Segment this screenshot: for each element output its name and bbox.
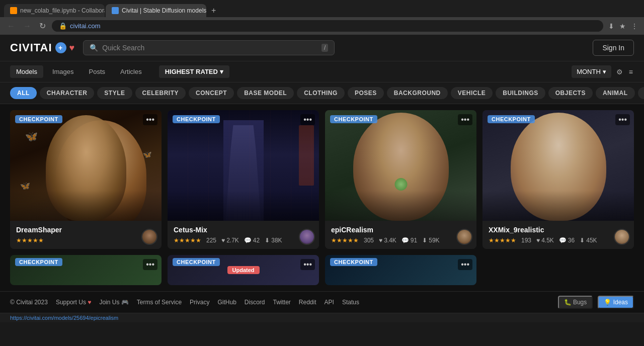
model-card-dreamshaper[interactable]: 🦋 🦋 🦋 CHECKPOINT ••• DreamShaper ★★★★★ — [10, 110, 162, 249]
card-menu-2[interactable]: ••• — [300, 114, 315, 125]
bugs-button[interactable]: 🐛 Bugs — [558, 296, 593, 309]
filter-bar: Models Images Posts Articles HIGHEST RAT… — [0, 61, 644, 82]
avatar-img-3 — [457, 230, 471, 244]
footer-github-link[interactable]: GitHub — [217, 299, 236, 306]
search-placeholder: Quick Search — [102, 44, 317, 52]
tab-colab[interactable]: new_colab_file.ipynb - Collabora... ✕ — [4, 4, 105, 17]
footer-reddit-link[interactable]: Reddit — [299, 299, 316, 306]
likes-2: ♥ 2.7K — [221, 237, 239, 244]
cat-style[interactable]: STYLE — [97, 87, 132, 99]
partial-menu-2[interactable]: ••• — [300, 259, 315, 270]
model-image-epicrealism — [325, 110, 476, 221]
footer-api-link[interactable]: API — [325, 299, 334, 306]
cat-poses[interactable]: POSES — [348, 87, 384, 99]
category-bar: ALL CHARACTER STYLE CELEBRITY CONCEPT BA… — [0, 82, 644, 104]
downloads-count-3: 59K — [429, 237, 439, 244]
highest-rated-button[interactable]: HIGHEST RATED ▾ — [159, 65, 229, 78]
partial-menu-3[interactable]: ••• — [458, 259, 472, 270]
new-tab-button[interactable]: + — [207, 4, 220, 17]
checkpoint-badge-4: CHECKPOINT — [488, 115, 535, 123]
filter-icon[interactable]: ⚙ — [615, 67, 624, 77]
footer-discord-link[interactable]: Discord — [245, 299, 265, 306]
partial-card-1[interactable]: CHECKPOINT ••• — [10, 255, 162, 285]
cat-background[interactable]: BACKGROUND — [387, 87, 448, 99]
period-button[interactable]: MONTH ▾ — [572, 65, 611, 78]
sign-in-button[interactable]: Sign In — [593, 40, 634, 56]
model-card-epicrealism[interactable]: CHECKPOINT ••• epiCRealism ★★★★★ 305 ♥ 3… — [325, 110, 476, 249]
partial-card-3[interactable]: CHECKPOINT ••• — [325, 255, 476, 285]
bookmark-icon[interactable]: ★ — [618, 21, 627, 31]
footer-status-link[interactable]: Status — [342, 299, 359, 306]
footer-twitter-link[interactable]: Twitter — [273, 299, 291, 306]
cat-base-model[interactable]: BASE MODEL — [237, 87, 294, 99]
comment-icon-2: 💬 — [244, 237, 252, 244]
nav-forward-button[interactable]: → — [21, 21, 33, 32]
nav-back-button[interactable]: ← — [5, 21, 17, 32]
footer-privacy-link[interactable]: Privacy — [190, 299, 209, 306]
browser-chrome: new_colab_file.ipynb - Collabora... ✕ Ci… — [0, 0, 644, 35]
partial-badge-2: CHECKPOINT — [173, 258, 220, 266]
browser-nav-bar: ← → ↻ 🔒 civitai.com ⬇ ★ ⋮ — [0, 17, 644, 35]
partial-card-2[interactable]: CHECKPOINT Updated ••• — [168, 255, 319, 285]
download-icon-4: ⬇ — [580, 237, 585, 244]
likes-4: ♥ 4.5K — [536, 237, 554, 244]
model-info-3: epiCRealism ★★★★★ 305 ♥ 3.4K 💬 91 ⬇ 59K — [325, 221, 476, 249]
footer-support-link[interactable]: Support Us ♥ — [56, 299, 92, 306]
logo-plus-button[interactable]: + — [55, 42, 66, 53]
card-menu-4[interactable]: ••• — [615, 114, 630, 125]
download-icon-2: ⬇ — [265, 237, 270, 244]
cat-objects[interactable]: OBJECTS — [548, 87, 593, 99]
highest-rated-label: HIGHEST RATED — [165, 68, 218, 75]
ideas-button[interactable]: 💡 Ideas — [598, 296, 634, 309]
nav-refresh-button[interactable]: ↻ — [37, 20, 48, 32]
more-icon[interactable]: ⋮ — [630, 21, 639, 31]
cat-vehicle[interactable]: VEHICLE — [451, 87, 493, 99]
comments-4: 💬 36 — [559, 237, 575, 244]
footer-heart-icon: ♥ — [88, 299, 91, 306]
cat-clothing[interactable]: CLOTHING — [297, 87, 345, 99]
logo-heart-icon[interactable]: ♥ — [69, 43, 75, 53]
tab-civitai-label: Civitai | Stable Diffusion models... — [122, 7, 206, 14]
model-card-xxmix[interactable]: CHECKPOINT ••• XXMix_9realistic ★★★★★ 19… — [482, 110, 634, 249]
footer-tos-link[interactable]: Terms of Service — [137, 299, 182, 306]
logo-text: CIVITAI — [10, 41, 52, 54]
address-bar[interactable]: 🔒 civitai.com — [52, 20, 603, 32]
civitai-favicon — [112, 7, 119, 14]
card-menu-3[interactable]: ••• — [458, 114, 472, 125]
logo[interactable]: CIVITAI + ♥ — [10, 41, 75, 54]
filter-tab-posts[interactable]: Posts — [83, 65, 112, 78]
extensions-icon[interactable]: ⬇ — [607, 21, 615, 31]
sign-1 — [299, 125, 314, 186]
avatar-3 — [456, 229, 472, 245]
model-name-4: XXMix_9realistic — [489, 226, 628, 234]
footer-join-icon: 🎮 — [121, 299, 129, 306]
search-bar[interactable]: 🔍 Quick Search / — [83, 40, 335, 55]
tab-civitai[interactable]: Civitai | Stable Diffusion models... ✕ — [106, 4, 206, 17]
model-stats-4: ★★★★★ 193 ♥ 4.5K 💬 36 ⬇ 45K — [489, 237, 628, 244]
likes-count-2: 2.7K — [226, 237, 239, 244]
cat-tool[interactable]: TOOL — [638, 87, 644, 99]
updated-badge: Updated — [227, 266, 260, 274]
search-shortcut: / — [321, 44, 328, 52]
cat-animal[interactable]: ANIMAL — [596, 87, 635, 99]
model-name-1: DreamShaper — [16, 226, 155, 234]
heart-icon-2: ♥ — [221, 237, 225, 244]
cat-concept[interactable]: CONCEPT — [189, 87, 234, 99]
card-menu-1[interactable]: ••• — [143, 114, 157, 125]
cat-celebrity[interactable]: CELEBRITY — [135, 87, 186, 99]
avatar-4 — [614, 229, 630, 245]
filter-tab-images[interactable]: Images — [46, 65, 80, 78]
filter-tab-articles[interactable]: Articles — [114, 65, 148, 78]
partial-menu-1[interactable]: ••• — [143, 259, 157, 270]
footer-join-link[interactable]: Join Us 🎮 — [99, 299, 128, 306]
cat-all[interactable]: ALL — [10, 87, 37, 99]
filter-tab-models[interactable]: Models — [10, 65, 43, 78]
view-icon[interactable]: ≡ — [628, 67, 634, 77]
model-card-cetus-mix[interactable]: CHECKPOINT ••• Cetus-Mix ★★★★★ 225 ♥ 2.7… — [168, 110, 319, 249]
filter-right: MONTH ▾ ⚙ ≡ — [572, 65, 634, 78]
checkpoint-badge-3: CHECKPOINT — [330, 115, 377, 123]
cat-character[interactable]: CHARACTER — [40, 87, 95, 99]
cat-buildings[interactable]: BUILDINGS — [496, 87, 545, 99]
comment-icon-3: 💬 — [401, 237, 409, 244]
model-info-4: XXMix_9realistic ★★★★★ 193 ♥ 4.5K 💬 36 ⬇… — [482, 221, 634, 249]
